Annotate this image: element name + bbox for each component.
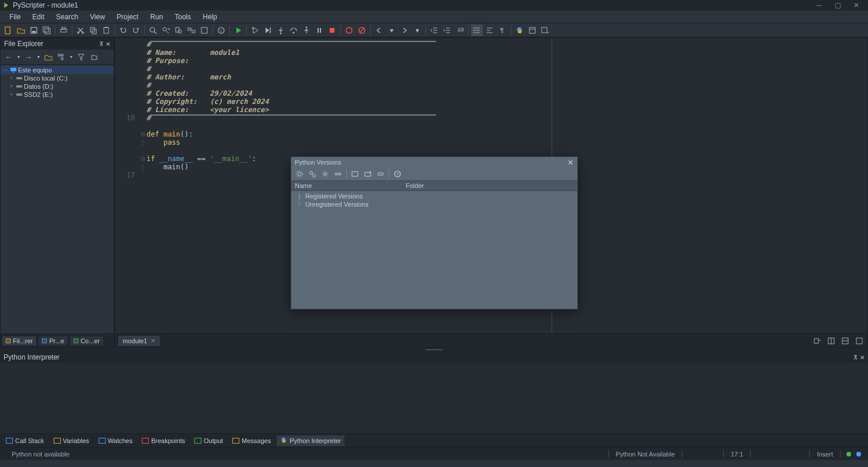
nav-back-icon[interactable]: ← (3, 51, 15, 63)
remove-icon[interactable] (375, 168, 386, 180)
dialog-close-icon[interactable]: ✕ (567, 158, 574, 167)
record-icon[interactable] (343, 25, 355, 36)
whitespace-icon[interactable]: ¶ (497, 25, 508, 36)
save-all-icon[interactable] (41, 25, 53, 36)
menu-run[interactable]: Run (144, 12, 169, 22)
pause-icon[interactable] (313, 25, 325, 36)
tab-call-stack[interactable]: Call Stack (2, 436, 48, 445)
help-icon[interactable]: ? (392, 168, 403, 180)
outdent-icon[interactable] (428, 25, 440, 36)
tab-watches[interactable]: Watches (95, 436, 136, 445)
debug-run-icon[interactable] (249, 25, 261, 36)
step-out-icon[interactable] (301, 25, 312, 36)
tree-icon[interactable] (55, 51, 67, 63)
replace-icon[interactable] (186, 25, 197, 36)
dialog-list[interactable]: ├ Registered Versions └ Unregistered Ver… (291, 191, 577, 210)
fold-icon[interactable]: ⊟ (141, 155, 145, 163)
tab-messages[interactable]: Messages (229, 436, 274, 445)
nav-fwd-dd-icon[interactable]: ▾ (36, 51, 41, 63)
tree-group-unregistered[interactable]: └ Unregistered Versions (291, 200, 577, 208)
gear-small-icon[interactable] (319, 168, 331, 180)
refresh-icon[interactable] (88, 51, 100, 63)
python-icon[interactable] (514, 25, 525, 36)
menu-search[interactable]: Search (50, 12, 84, 22)
tree-item-c[interactable]: + Disco local (C:) (1, 74, 114, 82)
nav-fwd-icon[interactable]: → (23, 51, 34, 63)
redo-icon[interactable] (130, 25, 142, 36)
close-button[interactable]: ✕ (852, 1, 861, 9)
step-into-icon[interactable] (275, 25, 287, 36)
indent-icon[interactable] (441, 25, 453, 36)
tree-dd-icon[interactable]: ▾ (68, 51, 74, 63)
nav-forward-icon[interactable] (399, 25, 410, 36)
run-icon[interactable] (232, 25, 244, 36)
tab-file-explorer[interactable]: Fil...rer (2, 336, 37, 346)
split-h-icon[interactable] (825, 335, 837, 347)
open-icon[interactable] (362, 168, 374, 180)
syntax-check-icon[interactable]: i (215, 25, 227, 36)
stop-icon[interactable] (326, 25, 338, 36)
split-v-icon[interactable] (839, 335, 851, 347)
tree-group-registered[interactable]: ├ Registered Versions (291, 192, 577, 200)
tree-item-e[interactable]: + SSD2 (E:) (1, 90, 114, 99)
search-icon[interactable] (147, 25, 159, 36)
tab-code-explorer[interactable]: Co...er (69, 336, 104, 346)
tree-item-d[interactable]: + Datos (D:) (1, 82, 114, 90)
expand-icon[interactable]: + (10, 83, 16, 89)
menu-edit[interactable]: Edit (26, 12, 50, 22)
copy-icon[interactable] (88, 25, 99, 36)
cut-icon[interactable] (75, 25, 86, 36)
clear-breakpoints-icon[interactable] (356, 25, 368, 36)
minimize-button[interactable]: ─ (814, 1, 824, 9)
tab-list-icon[interactable] (811, 335, 823, 347)
editor-tab-module1[interactable]: module1 ✕ (117, 335, 161, 347)
new-window-icon[interactable] (853, 335, 865, 347)
nav-back-icon[interactable] (373, 25, 385, 36)
nav-back-dropdown-icon[interactable]: ▾ (386, 25, 398, 36)
collapse-icon[interactable]: − (4, 67, 10, 73)
print-icon[interactable] (58, 25, 69, 36)
paste-icon[interactable] (100, 25, 112, 36)
tab-variables[interactable]: Variables (50, 436, 93, 445)
run-to-cursor-icon[interactable] (262, 25, 274, 36)
step-over-icon[interactable] (288, 25, 299, 36)
nav-back-dd-icon[interactable]: ▾ (16, 51, 22, 63)
tab-output[interactable]: Output (191, 436, 226, 445)
add-icon[interactable] (349, 168, 361, 180)
pin-icon[interactable]: ⊼ (99, 41, 103, 47)
nav-forward-dropdown-icon[interactable]: ▾ (412, 25, 423, 36)
maximize-button[interactable]: ▢ (833, 1, 842, 9)
col-name[interactable]: Name (295, 182, 406, 189)
col-folder[interactable]: Folder (406, 182, 424, 189)
layout-icon[interactable] (527, 25, 538, 36)
interpreter-body[interactable] (0, 363, 868, 433)
expand-icon[interactable]: + (10, 92, 16, 97)
comment-icon[interactable]: ## (454, 25, 466, 36)
settings-icon[interactable] (198, 25, 210, 36)
gear-icon[interactable] (294, 168, 305, 180)
layout-dropdown-icon[interactable] (539, 25, 551, 36)
new-file-icon[interactable] (2, 25, 14, 36)
menu-help[interactable]: Help (197, 12, 223, 22)
close-tab-icon[interactable]: ✕ (151, 337, 155, 344)
close-panel-icon[interactable]: ✕ (106, 41, 110, 47)
pin-icon[interactable]: ⊼ (853, 354, 857, 361)
new-folder-icon[interactable] (43, 51, 54, 63)
tab-python-interpreter[interactable]: Python Interpreter (277, 435, 344, 446)
open-file-icon[interactable] (15, 25, 27, 36)
expand-icon[interactable]: + (10, 75, 16, 81)
tab-breakpoints[interactable]: Breakpoints (138, 436, 189, 445)
gears-icon[interactable] (306, 168, 318, 180)
tree-root[interactable]: − Este equipo (1, 66, 114, 74)
tab-project[interactable]: Pr...e (38, 336, 68, 346)
file-tree[interactable]: − Este equipo + Disco local (C:) + Datos… (1, 65, 114, 333)
search-next-icon[interactable] (160, 25, 172, 36)
menu-tools[interactable]: Tools (169, 12, 197, 22)
link-icon[interactable] (332, 168, 344, 180)
menu-file[interactable]: File (4, 12, 26, 22)
close-panel-icon[interactable]: ✕ (860, 354, 864, 361)
word-wrap-icon[interactable] (484, 25, 496, 36)
filter-icon[interactable] (75, 51, 87, 63)
search-files-icon[interactable] (173, 25, 184, 36)
undo-icon[interactable] (117, 25, 129, 36)
